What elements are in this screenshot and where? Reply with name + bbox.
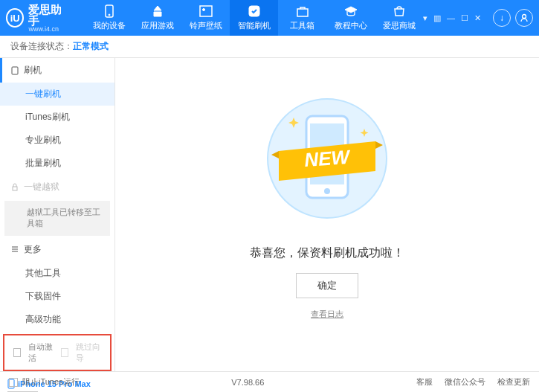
footer-link-support[interactable]: 客服 xyxy=(416,376,433,388)
minimize-icon[interactable]: — xyxy=(447,13,455,22)
apps-icon xyxy=(151,4,164,18)
svg-text:NEW: NEW xyxy=(303,145,352,170)
user-icon[interactable] xyxy=(515,9,533,27)
options-row: 自动激活 跳过向导 xyxy=(3,334,112,371)
jailbreak-note: 越狱工具已转移至工具箱 xyxy=(4,201,110,236)
nav-label: 爱思商城 xyxy=(383,20,416,31)
skip-guide-label: 跳过向导 xyxy=(76,341,101,364)
group-flash[interactable]: 刷机 xyxy=(0,58,114,83)
nav-toolbox[interactable]: 工具箱 xyxy=(278,0,326,36)
logo-icon: iU xyxy=(6,8,24,28)
status-mode: 正常模式 xyxy=(73,40,109,53)
main-content: NEW 恭喜您，保资料刷机成功啦！ 确定 查看日志 xyxy=(115,58,539,371)
svg-rect-5 xyxy=(297,9,308,16)
svg-rect-8 xyxy=(13,187,17,190)
nav-label: 铃声壁纸 xyxy=(190,20,222,31)
nav-flash[interactable]: 智能刷机 xyxy=(230,0,278,36)
block-itunes-checkbox[interactable] xyxy=(9,378,18,387)
skip-guide-checkbox[interactable] xyxy=(61,348,68,357)
sidebar-item-batch[interactable]: 批量刷机 xyxy=(0,152,114,175)
nav-label: 工具箱 xyxy=(290,20,314,31)
nav-my-device[interactable]: 我的设备 xyxy=(85,0,133,36)
group-jailbreak: 一键越狱 xyxy=(0,175,114,199)
store-icon xyxy=(393,4,406,18)
nav-ringtones[interactable]: 铃声壁纸 xyxy=(181,0,230,36)
footer-link-wechat[interactable]: 微信公众号 xyxy=(445,376,485,388)
app-logo: iU 爱思助手 www.i4.cn xyxy=(6,4,85,33)
auto-activate-checkbox[interactable] xyxy=(13,348,21,357)
svg-point-1 xyxy=(109,14,110,16)
lock-icon xyxy=(10,183,19,192)
auto-activate-label: 自动激活 xyxy=(28,341,54,364)
maximize-icon[interactable]: ☐ xyxy=(461,13,468,23)
success-message: 恭喜您，保资料刷机成功啦！ xyxy=(250,245,404,261)
download-icon[interactable]: ↓ xyxy=(493,9,511,27)
nav-label: 应用游戏 xyxy=(141,20,174,31)
group-more[interactable]: 更多 xyxy=(0,237,114,262)
sidebar-item-advanced[interactable]: 高级功能 xyxy=(0,308,114,331)
close-icon[interactable]: ✕ xyxy=(474,13,481,23)
svg-rect-2 xyxy=(200,6,212,16)
top-nav: 我的设备 应用游戏 铃声壁纸 智能刷机 工具箱 教程中心 爱思商城 xyxy=(85,0,423,36)
version-label: V7.98.66 xyxy=(231,378,264,387)
view-log-link[interactable]: 查看日志 xyxy=(311,309,343,320)
success-illustration: NEW xyxy=(256,88,398,232)
block-itunes-label: 阻止iTunes运行 xyxy=(22,376,80,388)
svg-point-6 xyxy=(523,15,526,19)
sidebar-item-firmware[interactable]: 下载固件 xyxy=(0,285,114,308)
footer-link-update[interactable]: 检查更新 xyxy=(497,376,530,388)
sidebar: 刷机 一键刷机 iTunes刷机 专业刷机 批量刷机 一键越狱 越狱工具已转移至… xyxy=(0,58,115,371)
nav-label: 我的设备 xyxy=(93,20,126,31)
sidebar-item-oneclick[interactable]: 一键刷机 xyxy=(0,83,114,106)
svg-rect-7 xyxy=(12,67,18,74)
app-url: www.i4.cn xyxy=(28,26,70,33)
nav-tutorial[interactable]: 教程中心 xyxy=(326,0,375,36)
ok-button[interactable]: 确定 xyxy=(296,273,358,298)
nav-store[interactable]: 爱思商城 xyxy=(375,0,423,36)
nav-label: 智能刷机 xyxy=(238,20,271,31)
list-icon xyxy=(10,245,19,254)
sidebar-item-itunes[interactable]: iTunes刷机 xyxy=(0,106,114,129)
nav-apps[interactable]: 应用游戏 xyxy=(133,0,181,36)
svg-point-3 xyxy=(202,9,204,11)
app-name: 爱思助手 xyxy=(28,4,70,26)
nav-label: 教程中心 xyxy=(335,20,367,31)
menu-icon[interactable]: ▾ xyxy=(423,13,427,23)
toolbox-icon xyxy=(296,4,309,18)
skin-icon[interactable]: ▥ xyxy=(433,13,441,23)
phone-icon xyxy=(103,4,116,18)
status-label: 设备连接状态： xyxy=(10,40,73,53)
window-controls: ▾ ▥ — ☐ ✕ xyxy=(423,13,481,23)
status-bar: 设备连接状态： 正常模式 xyxy=(0,36,539,58)
sidebar-item-other[interactable]: 其他工具 xyxy=(0,262,114,285)
image-icon xyxy=(199,4,213,18)
phone-sm-icon xyxy=(10,66,19,75)
flash-icon xyxy=(248,4,261,18)
svg-point-13 xyxy=(324,188,330,194)
graduation-icon xyxy=(344,4,358,18)
sidebar-item-pro[interactable]: 专业刷机 xyxy=(0,129,114,152)
